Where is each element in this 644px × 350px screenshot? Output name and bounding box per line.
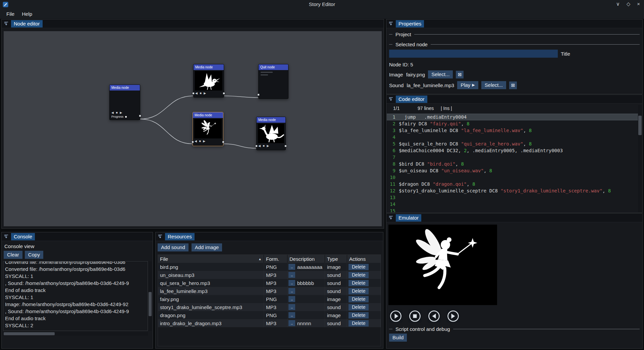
edit-description-button[interactable]: ..: [288, 320, 295, 326]
console-hscrollbar-thumb[interactable]: [4, 332, 55, 335]
column-header-actions[interactable]: Actions: [347, 255, 381, 263]
window-close-button[interactable]: ×: [637, 1, 640, 7]
delete-button[interactable]: Delete: [348, 288, 369, 294]
code-line[interactable]: 6$mediaChoice0004 DC32, 2, .mediaEntry00…: [387, 147, 638, 154]
prev-button[interactable]: [427, 309, 441, 323]
graph-node-quit[interactable]: Quit node: [258, 64, 288, 99]
graph-node-start[interactable]: Media node◀ ■ ▶Progress: [109, 84, 140, 120]
code-editor-tab[interactable]: Code editor: [396, 96, 427, 103]
node-input-pin[interactable]: [255, 145, 258, 147]
node-input-pin[interactable]: [192, 92, 195, 95]
code-line[interactable]: 14: [387, 201, 638, 208]
node-input-pin[interactable]: [257, 94, 260, 96]
node-canvas[interactable]: Media node◀ ■ ▶ProgressMedia node ◀ ■ ▶Q…: [4, 31, 382, 226]
node-editor-tab[interactable]: Node editor: [11, 20, 43, 27]
edit-description-button[interactable]: ..: [288, 280, 295, 286]
node-edge[interactable]: [140, 119, 193, 144]
node-title[interactable]: Media node: [194, 64, 224, 70]
window-shade-button[interactable]: ∨: [616, 1, 620, 7]
code-line[interactable]: 5$qui_sera_le_hero DC8 "qui_sera_le_hero…: [387, 140, 638, 147]
console-hscrollbar[interactable]: [3, 332, 148, 336]
edit-description-button[interactable]: ..: [288, 312, 295, 318]
delete-button[interactable]: Delete: [348, 272, 369, 278]
code-line[interactable]: 8$bird DC8 "bird.qoi", 8: [387, 161, 638, 167]
node-edge[interactable]: [223, 144, 256, 148]
console-copy-button[interactable]: Copy: [25, 251, 43, 259]
edit-description-button[interactable]: ..: [288, 296, 295, 302]
image-clear-button[interactable]: ⊠: [456, 71, 464, 78]
delete-button[interactable]: Delete: [348, 280, 369, 286]
play-button[interactable]: [389, 309, 402, 323]
console-vscrollbar[interactable]: [148, 261, 152, 331]
console-vscrollbar-thumb[interactable]: [149, 292, 152, 316]
stop-button[interactable]: [408, 309, 422, 323]
edit-description-button[interactable]: ..: [288, 304, 295, 310]
node-title[interactable]: Media node: [257, 117, 285, 123]
code-line[interactable]: 4: [387, 134, 638, 140]
sound-select-button[interactable]: Select...: [481, 81, 506, 89]
emulator-tab[interactable]: Emulator: [396, 214, 421, 222]
code-scrollbar[interactable]: [638, 105, 642, 212]
node-output-pin[interactable]: [223, 92, 225, 95]
delete-button[interactable]: Delete: [348, 264, 369, 270]
code-line[interactable]: 7: [387, 154, 638, 161]
resources-tab[interactable]: Resources: [165, 233, 195, 240]
delete-button[interactable]: Delete: [348, 320, 369, 327]
node-title[interactable]: Media node: [193, 112, 223, 118]
graph-node-bird[interactable]: Media node ◀ ■ ▶: [193, 64, 224, 98]
sound-clear-button[interactable]: ⊠: [509, 81, 517, 89]
code-scrollbar-thumb[interactable]: [638, 116, 642, 135]
panel-collapse-icon[interactable]: [388, 21, 393, 26]
edit-description-button[interactable]: ..: [288, 288, 295, 294]
menu-file[interactable]: File: [3, 10, 18, 18]
code-line[interactable]: 9$un_oiseau DC8 "un_oiseau.wav", 8: [387, 167, 638, 174]
column-header-description[interactable]: Description: [287, 255, 325, 263]
code-line[interactable]: 13: [387, 194, 638, 201]
sound-play-button[interactable]: Play▶: [457, 81, 478, 89]
code-line[interactable]: 15: [387, 208, 638, 212]
panel-collapse-icon[interactable]: [4, 21, 9, 26]
progress-handle[interactable]: [125, 116, 127, 118]
properties-tab[interactable]: Properties: [396, 20, 424, 27]
delete-button[interactable]: Delete: [348, 312, 369, 318]
node-output-pin[interactable]: [222, 141, 224, 143]
node-title[interactable]: Media node: [110, 85, 140, 91]
delete-button[interactable]: Delete: [348, 304, 369, 310]
column-header-type[interactable]: Type: [325, 255, 347, 263]
edit-description-button[interactable]: ..: [288, 264, 295, 270]
node-transport-controls[interactable]: ◀ ■ ▶: [257, 143, 285, 148]
build-button[interactable]: Build: [389, 334, 407, 342]
image-select-button[interactable]: Select...: [428, 70, 453, 78]
code-lines[interactable]: 1 jump .mediaEntry00042$fairy DC8 "fairy…: [387, 114, 638, 212]
add-sound-button[interactable]: Add sound: [158, 243, 189, 251]
node-title[interactable]: Quit node: [259, 64, 288, 70]
next-button[interactable]: [446, 309, 460, 323]
menu-help[interactable]: Help: [18, 10, 36, 18]
node-edge[interactable]: [224, 96, 258, 98]
edit-description-button[interactable]: ..: [288, 272, 295, 278]
panel-collapse-icon[interactable]: [388, 215, 393, 220]
node-edge[interactable]: [140, 96, 193, 119]
node-input-pin[interactable]: [192, 141, 194, 143]
column-header-file[interactable]: File ▲: [158, 255, 264, 263]
node-output-pin[interactable]: [284, 145, 287, 147]
code-line[interactable]: 10: [387, 174, 638, 181]
console-clear-button[interactable]: Clear: [4, 251, 22, 259]
panel-collapse-icon[interactable]: [4, 234, 9, 239]
graph-node-fairy[interactable]: Media node ◀ ■ ▶: [193, 112, 223, 146]
title-input[interactable]: [389, 50, 558, 58]
code-line[interactable]: 1 jump .mediaEntry0004: [387, 114, 638, 120]
node-transport-controls[interactable]: ◀ ■ ▶: [110, 110, 140, 114]
graph-node-dragon[interactable]: Media node ◀ ■ ▶: [256, 117, 286, 150]
code-line[interactable]: 12$story1_drako_luminelle_sceptre DC8 "s…: [387, 187, 638, 194]
add-image-button[interactable]: Add image: [192, 243, 222, 251]
code-line[interactable]: 11$dragon DC8 "dragon.qoi", 8: [387, 181, 638, 187]
delete-button[interactable]: Delete: [348, 296, 369, 302]
window-maximize-button[interactable]: ◇: [627, 1, 631, 7]
node-transport-controls[interactable]: ◀ ■ ▶: [194, 91, 224, 95]
column-header-form[interactable]: Form.: [264, 255, 287, 263]
code-line[interactable]: 2$fairy DC8 "fairy.qoi", 8: [387, 120, 638, 127]
node-output-pin[interactable]: [139, 115, 141, 117]
code-line[interactable]: 3$la_fee_luminelle DC8 "la_fee_luminelle…: [387, 127, 638, 134]
node-transport-controls[interactable]: ◀ ■ ▶: [193, 138, 223, 143]
